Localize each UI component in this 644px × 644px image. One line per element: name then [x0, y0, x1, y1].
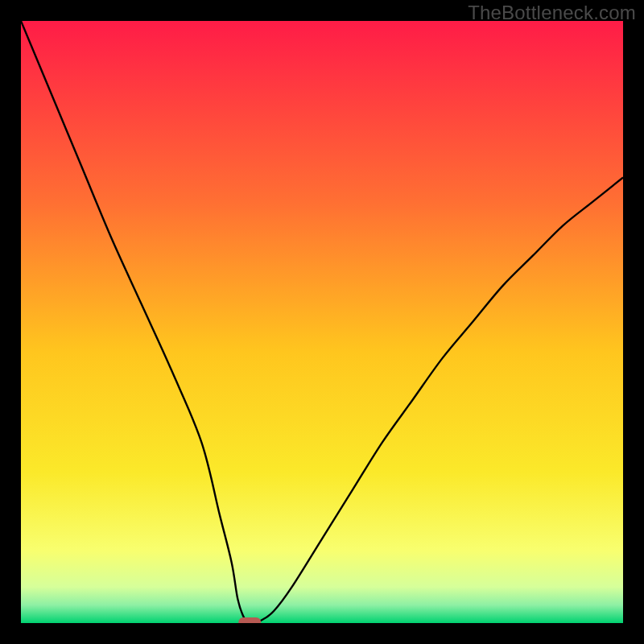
chart-background [21, 21, 623, 623]
chart-svg [21, 21, 623, 623]
chart-frame: TheBottleneck.com [0, 0, 644, 644]
watermark-text: TheBottleneck.com [468, 2, 636, 24]
optimal-marker [238, 617, 261, 623]
chart-plot-area [21, 21, 623, 623]
